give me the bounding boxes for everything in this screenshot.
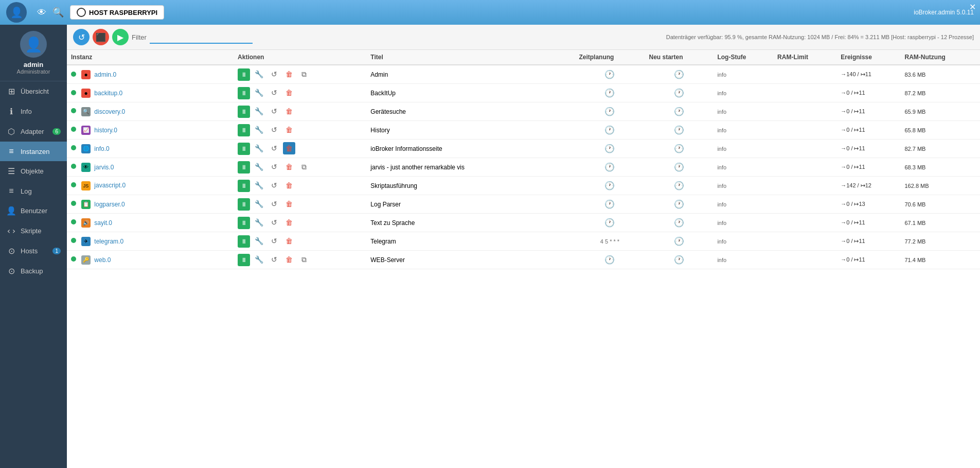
delete-button[interactable]: 🗑 xyxy=(283,216,295,229)
pause-button[interactable]: ⏸ xyxy=(238,106,250,118)
wrench-button[interactable]: 🔧 xyxy=(253,105,265,117)
delete-button[interactable]: 🗑 xyxy=(283,142,295,154)
hosts-badge: 1 xyxy=(52,248,61,254)
delete-button[interactable]: 🗑 xyxy=(283,198,295,210)
play-button[interactable]: ▶ xyxy=(112,29,129,45)
sidebar-item-benutzer[interactable]: 👤 Benutzer xyxy=(0,201,67,221)
sidebar-item-uebersicht[interactable]: ⊞ Übersicht xyxy=(0,81,67,101)
col-restart: Neu starten xyxy=(645,50,714,65)
link-button[interactable]: ⧉ xyxy=(298,161,310,174)
refresh-instance-button[interactable]: ↺ xyxy=(268,124,280,136)
instance-type-icon: ● xyxy=(81,89,91,98)
pause-button[interactable]: ⏸ xyxy=(238,254,250,266)
wrench-button[interactable]: 🔧 xyxy=(253,68,265,80)
wrench-button[interactable]: 🔧 xyxy=(253,179,265,192)
delete-button[interactable]: 🗑 xyxy=(283,235,295,247)
topbar-close-icon[interactable]: ✕ xyxy=(969,2,976,12)
sidebar-item-backup[interactable]: ⊙ Backup xyxy=(0,261,67,281)
refresh-instance-button[interactable]: ↺ xyxy=(268,161,280,173)
instances-table-container: Instanz Aktionen Titel Zeitplanung Neu s… xyxy=(67,50,980,468)
instance-name-link[interactable]: javascript.0 xyxy=(94,182,126,189)
delete-button[interactable]: 🗑 xyxy=(283,86,295,99)
schedule-clock-icon: 🕐 xyxy=(604,163,615,171)
cell-events: →0 / ↦11 xyxy=(836,214,900,232)
wrench-button[interactable]: 🔧 xyxy=(253,235,265,247)
topbar-eye-icon[interactable]: 👁 xyxy=(37,7,46,18)
refresh-button[interactable]: ↺ xyxy=(73,29,90,45)
filter-input[interactable] xyxy=(150,31,253,44)
sidebar-item-info[interactable]: ℹ Info xyxy=(0,101,67,122)
instance-name-link[interactable]: history.0 xyxy=(94,126,117,133)
instance-name-link[interactable]: logparser.0 xyxy=(94,200,124,207)
pause-button[interactable]: ⏸ xyxy=(238,124,250,136)
instance-name-link[interactable]: info.0 xyxy=(94,145,109,152)
col-schedule: Zeitplanung xyxy=(575,50,645,65)
wrench-button[interactable]: 🔧 xyxy=(253,216,265,229)
refresh-instance-button[interactable]: ↺ xyxy=(268,179,280,192)
cell-instanz: 🔊 sayit.0 xyxy=(67,214,234,232)
refresh-instance-button[interactable]: ↺ xyxy=(268,253,280,266)
refresh-instance-button[interactable]: ↺ xyxy=(268,216,280,229)
pause-button[interactable]: ⏸ xyxy=(238,235,250,248)
pause-button[interactable]: ⏸ xyxy=(238,198,250,211)
host-button[interactable]: HOST RASPBERRYPI xyxy=(70,5,164,20)
instance-name-link[interactable]: jarvis.0 xyxy=(94,163,114,170)
restart-clock-icon: 🕐 xyxy=(674,255,684,264)
pause-button[interactable]: ⏸ xyxy=(238,87,250,99)
instance-name-link[interactable]: backitup.0 xyxy=(94,90,122,97)
pause-button[interactable]: ⏸ xyxy=(238,217,250,229)
sidebar-label-info: Info xyxy=(21,108,32,115)
refresh-instance-button[interactable]: ↺ xyxy=(268,86,280,99)
delete-button[interactable]: 🗑 xyxy=(283,253,295,266)
cell-title: Skriptausführung xyxy=(366,177,575,195)
instance-name-link[interactable]: admin.0 xyxy=(94,71,116,78)
instance-name-link[interactable]: discovery.0 xyxy=(94,108,125,115)
pause-button[interactable]: ⏸ xyxy=(238,180,250,192)
restart-clock-icon: 🕐 xyxy=(674,237,684,246)
instance-name-link[interactable]: web.0 xyxy=(94,256,111,263)
delete-button[interactable]: 🗑 xyxy=(283,124,295,136)
cell-instanz: 📈 history.0 xyxy=(67,121,234,140)
delete-button[interactable]: 🗑 xyxy=(283,179,295,192)
restart-clock-icon: 🕐 xyxy=(674,181,684,190)
topbar-search-icon[interactable]: 🔍 xyxy=(52,7,64,18)
wrench-button[interactable]: 🔧 xyxy=(253,142,265,154)
stop-button[interactable]: ⬛ xyxy=(93,29,109,45)
refresh-instance-button[interactable]: ↺ xyxy=(268,198,280,210)
sidebar-item-skripte[interactable]: ‹› Skripte xyxy=(0,221,67,241)
instance-name-link[interactable]: telegram.0 xyxy=(94,237,123,245)
refresh-instance-button[interactable]: ↺ xyxy=(268,68,280,80)
instance-type-icon: JS xyxy=(81,181,91,190)
cell-restart: 🕐 xyxy=(645,195,714,214)
wrench-button[interactable]: 🔧 xyxy=(253,161,265,173)
pause-button[interactable]: ⏸ xyxy=(238,161,250,174)
wrench-button[interactable]: 🔧 xyxy=(253,86,265,99)
refresh-instance-button[interactable]: ↺ xyxy=(268,235,280,247)
cell-schedule: 4 5 * * * xyxy=(575,232,645,251)
cell-events: →0 / ↦11 xyxy=(836,140,900,158)
wrench-button[interactable]: 🔧 xyxy=(253,198,265,210)
cell-ramusage: 77.2 MB xyxy=(900,232,980,251)
cell-ramlimit xyxy=(773,102,836,121)
pause-button[interactable]: ⏸ xyxy=(238,68,250,81)
sidebar-item-hosts[interactable]: ⊙ Hosts 1 xyxy=(0,241,67,261)
refresh-instance-button[interactable]: ↺ xyxy=(268,142,280,154)
cell-ramusage: 68.3 MB xyxy=(900,158,980,177)
link-button[interactable]: ⧉ xyxy=(298,68,310,81)
cell-events: →0 / ↦11 xyxy=(836,251,900,269)
link-button[interactable]: ⧉ xyxy=(298,254,310,266)
sidebar-item-objekte[interactable]: ☰ Objekte xyxy=(0,161,67,181)
instance-name-link[interactable]: sayit.0 xyxy=(94,219,112,226)
delete-button[interactable]: 🗑 xyxy=(283,105,295,117)
refresh-instance-button[interactable]: ↺ xyxy=(268,105,280,117)
wrench-button[interactable]: 🔧 xyxy=(253,124,265,136)
delete-button[interactable]: 🗑 xyxy=(283,68,295,80)
sidebar-item-log[interactable]: ≡ Log xyxy=(0,181,67,201)
pause-button[interactable]: ⏸ xyxy=(238,143,250,155)
cell-ramlimit xyxy=(773,158,836,177)
sidebar-item-adapter[interactable]: ⬡ Adapter 6 xyxy=(0,122,67,142)
wrench-button[interactable]: 🔧 xyxy=(253,253,265,266)
delete-button[interactable]: 🗑 xyxy=(283,161,295,173)
sidebar-item-instanzen[interactable]: ≡ Instanzen xyxy=(0,142,67,161)
cell-aktionen: ⏸ 🔧 ↺ 🗑 xyxy=(234,140,366,158)
